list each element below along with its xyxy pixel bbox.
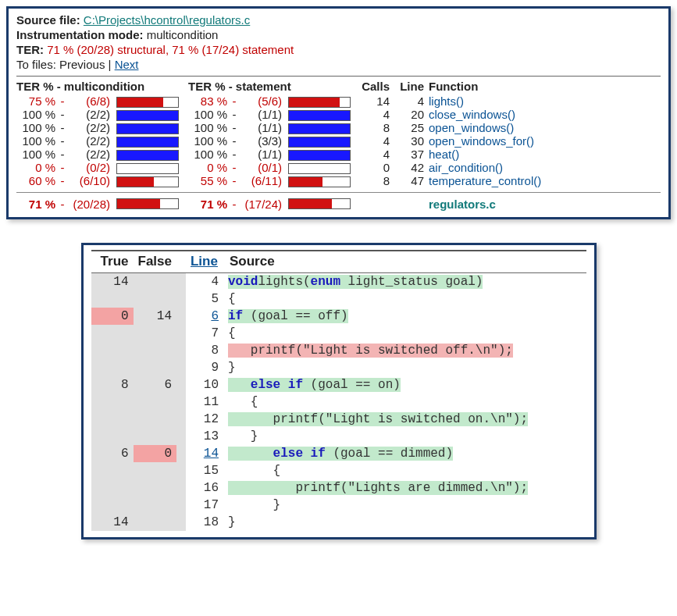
source-panel: True False Line Source 144voidlights(enu…: [81, 243, 597, 539]
mc-cov: (2/2): [69, 134, 115, 148]
mc-pct: 100 %: [16, 134, 60, 148]
st-cov: (0/1): [241, 161, 287, 174]
calls: 8: [360, 121, 394, 134]
mc-cov: (0/2): [69, 161, 115, 174]
summary-row: 0 %-(0/2)0 %-(0/1)042air_condition(): [16, 161, 661, 174]
true-count: [91, 342, 134, 359]
function-cell: temperature_control(): [429, 174, 661, 187]
source-row: 15 {: [91, 462, 586, 479]
function-link[interactable]: heat(): [429, 148, 459, 161]
source-text: printf("Light is switched off.\n");: [225, 342, 586, 359]
source-text: {: [225, 462, 586, 479]
st-bar: [287, 161, 360, 174]
line-number: 13: [186, 428, 225, 445]
false-count: 14: [134, 308, 176, 325]
col-calls: Calls: [360, 78, 394, 94]
ter-value: 71 % (20/28) structural, 71 % (17/24) st…: [47, 43, 294, 56]
source-text: {: [225, 290, 586, 308]
mc-bar: [115, 108, 188, 121]
col-line: Line: [186, 251, 225, 273]
line-number: 9: [186, 359, 225, 376]
source-file-link[interactable]: C:\Projects\hcontrol\regulators.c: [84, 13, 250, 27]
st-cov: (6/11): [241, 174, 287, 187]
tofiles-next-link[interactable]: Next: [115, 58, 139, 71]
source-text: voidlights(enum light_status goal): [225, 273, 586, 291]
tofiles-label: To files:: [16, 58, 56, 71]
false-count: [134, 514, 176, 531]
source-text: {: [225, 393, 586, 411]
true-count: [91, 359, 134, 376]
dash: -: [60, 174, 69, 187]
line-number: 7: [186, 325, 225, 342]
summary-row: 100 %-(2/2)100 %-(1/1)437heat(): [16, 148, 661, 161]
function-link[interactable]: close_windows(): [429, 108, 515, 121]
mc-cov: (6/8): [69, 94, 115, 108]
tofiles-sep: |: [105, 58, 114, 71]
col-false: False: [134, 251, 176, 273]
false-count: [134, 479, 176, 497]
line-number: 10: [186, 376, 225, 393]
false-count: 6: [134, 376, 176, 393]
true-count: 8: [91, 376, 134, 393]
divider: [16, 192, 661, 193]
line: 47: [394, 174, 429, 187]
source-text: if (goal == off): [225, 308, 586, 325]
function-link[interactable]: lights(): [429, 94, 464, 108]
st-bar: [287, 94, 360, 108]
source-row: 5{: [91, 290, 586, 308]
summary-row: 100 %-(2/2)100 %-(1/1)825open_windows(): [16, 121, 661, 134]
source-table: True False Line Source 144voidlights(enu…: [91, 250, 586, 531]
function-link[interactable]: open_windows_for(): [429, 134, 534, 148]
total-st-cov: (17/24): [241, 194, 287, 211]
source-row: 1418}: [91, 514, 586, 531]
source-text: }: [225, 428, 586, 445]
dash: -: [232, 134, 241, 148]
source-text: }: [225, 497, 586, 514]
instrumentation-mode-line: Instrumentation mode: multicondition: [16, 28, 661, 41]
function-cell: open_windows_for(): [429, 134, 661, 148]
st-bar: [287, 108, 360, 121]
line-link[interactable]: 14: [204, 447, 219, 461]
function-link[interactable]: temperature_control(): [429, 174, 541, 187]
line-number: 8: [186, 342, 225, 359]
mc-pct: 100 %: [16, 108, 60, 121]
false-count: [134, 325, 176, 342]
st-pct: 55 %: [188, 174, 232, 187]
dash: -: [60, 134, 69, 148]
line-number: 16: [186, 479, 225, 497]
true-count: 6: [91, 445, 134, 462]
false-count: [134, 273, 176, 291]
line: 20: [394, 108, 429, 121]
false-count: [134, 428, 176, 445]
st-pct: 83 %: [188, 94, 232, 108]
source-text: else if (goal == dimmed): [225, 445, 586, 462]
calls: 8: [360, 174, 394, 187]
st-cov: (1/1): [241, 108, 287, 121]
function-cell: close_windows(): [429, 108, 661, 121]
tofiles-prev: Previous: [59, 58, 105, 71]
total-mc-bar: [115, 194, 188, 211]
function-link[interactable]: open_windows(): [429, 121, 514, 134]
source-row: 7{: [91, 325, 586, 342]
function-link[interactable]: air_condition(): [429, 161, 503, 174]
source-header-row: True False Line Source: [91, 251, 586, 273]
calls: 4: [360, 148, 394, 161]
mc-bar: [115, 134, 188, 148]
col-ter-mc: TER % - multicondition: [16, 78, 188, 94]
summary-row: 75 %-(6/8)83 %-(5/6)144lights(): [16, 94, 661, 108]
line-number: 12: [186, 411, 225, 428]
mc-cov: (6/10): [69, 174, 115, 187]
col-line-link[interactable]: Line: [191, 254, 218, 269]
line-number: 5: [186, 290, 225, 308]
dash: -: [232, 194, 241, 211]
col-source: Source: [225, 251, 586, 273]
st-cov: (1/1): [241, 148, 287, 161]
dash: -: [232, 148, 241, 161]
mc-pct: 100 %: [16, 148, 60, 161]
dash: -: [232, 108, 241, 121]
st-pct: 100 %: [188, 121, 232, 134]
dash: -: [60, 194, 69, 211]
line: 4: [394, 94, 429, 108]
line-link[interactable]: 6: [211, 309, 219, 323]
source-row: 9}: [91, 359, 586, 376]
